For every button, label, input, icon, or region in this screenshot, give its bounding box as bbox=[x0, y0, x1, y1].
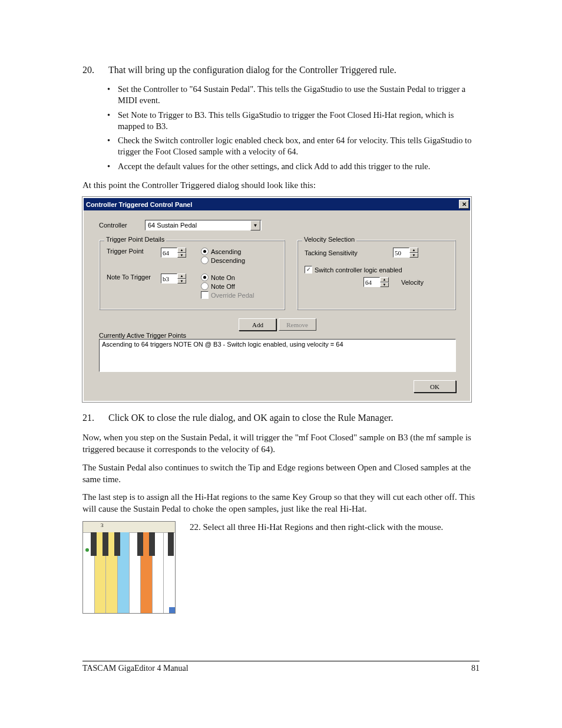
keyboard-region-image: 3 bbox=[82, 521, 176, 614]
note-to-trigger-label: Note To Trigger bbox=[107, 274, 155, 281]
chevron-down-icon[interactable]: ▼ bbox=[250, 220, 260, 230]
note-to-trigger-value[interactable] bbox=[161, 274, 177, 284]
bullet: Set Note to Trigger to B3. This tells Gi… bbox=[107, 110, 480, 132]
step-20-text: That will bring up the configuration dia… bbox=[108, 65, 480, 75]
resize-handle-icon bbox=[169, 607, 175, 613]
step-22-text: 22. Select all three Hi-Hat Regions and … bbox=[190, 521, 480, 533]
spin-up-icon[interactable]: ▲ bbox=[177, 274, 186, 279]
step-21-number: 21. bbox=[82, 413, 108, 423]
trigger-point-details-group: Trigger Point Details Trigger Point ▲▼ A… bbox=[99, 240, 285, 310]
note-to-trigger-stepper[interactable]: ▲▼ bbox=[161, 274, 187, 284]
velocity-label: Velocity bbox=[401, 279, 424, 286]
check-switch-logic[interactable]: ✓ Switch controller logic enabled bbox=[305, 266, 448, 274]
step-20-bullets: Set the Controller to "64 Sustain Pedal"… bbox=[107, 84, 480, 172]
lead-in-text: At this point the Controller Triggered d… bbox=[82, 179, 480, 191]
spin-up-icon[interactable]: ▲ bbox=[380, 277, 389, 282]
controller-combo[interactable]: 64 Sustain Pedal ▼ bbox=[145, 220, 262, 230]
checkbox-icon bbox=[201, 291, 209, 299]
checkbox-icon: ✓ bbox=[305, 266, 312, 274]
radio-dot-icon bbox=[201, 274, 209, 281]
paragraph: The Sustain Pedal also continues to swit… bbox=[82, 462, 480, 486]
radio-note-off[interactable]: Note Off bbox=[201, 282, 254, 290]
step-20-number: 20. bbox=[82, 65, 108, 75]
radio-note-on[interactable]: Note On bbox=[201, 274, 254, 281]
close-icon[interactable]: ✕ bbox=[459, 200, 469, 209]
radio-ascending[interactable]: Ascending bbox=[201, 248, 245, 255]
step-21: 21. Click OK to close the rule dialog, a… bbox=[82, 413, 480, 423]
trigger-point-value[interactable] bbox=[161, 248, 177, 258]
spin-down-icon[interactable]: ▼ bbox=[380, 282, 389, 288]
tacking-sensitivity-value[interactable] bbox=[393, 248, 409, 258]
add-button[interactable]: Add bbox=[239, 318, 276, 331]
footer-page-number: 81 bbox=[471, 664, 480, 673]
paragraph: The last step is to assign all the Hi-Ha… bbox=[82, 491, 480, 515]
tacking-sensitivity-stepper[interactable]: ▲▼ bbox=[393, 248, 419, 258]
trigger-point-stepper[interactable]: ▲▼ bbox=[161, 248, 187, 258]
tacking-sensitivity-label: Tacking Sensitivity bbox=[305, 249, 387, 256]
radio-dot-icon bbox=[201, 248, 209, 255]
velocity-selection-legend: Velocity Selection bbox=[302, 236, 356, 243]
radio-dot-icon bbox=[201, 256, 209, 264]
spin-down-icon[interactable]: ▼ bbox=[409, 253, 418, 258]
dialog-title: Controller Triggered Control Panel bbox=[86, 201, 192, 208]
dialog-titlebar[interactable]: Controller Triggered Control Panel ✕ bbox=[84, 198, 470, 210]
controller-label: Controller bbox=[99, 222, 145, 229]
footer-left: TASCAM GigaEditor 4 Manual bbox=[82, 664, 189, 673]
velocity-stepper[interactable]: ▲▼ bbox=[363, 277, 389, 287]
step-21-text: Click OK to close the rule dialog, and O… bbox=[108, 413, 480, 423]
bullet: Accept the default values for the other … bbox=[107, 161, 480, 172]
check-override-pedal: Override Pedal bbox=[201, 291, 254, 299]
active-trigger-points-list[interactable]: Ascending to 64 triggers NOTE ON @ B3 - … bbox=[99, 339, 456, 372]
spin-down-icon[interactable]: ▼ bbox=[177, 253, 186, 258]
radio-dot-icon bbox=[201, 282, 209, 290]
paragraph: Now, when you step on the Sustain Pedal,… bbox=[82, 431, 480, 456]
page-footer: TASCAM GigaEditor 4 Manual 81 bbox=[82, 661, 480, 673]
bullet: Set the Controller to "64 Sustain Pedal"… bbox=[107, 84, 480, 106]
spin-up-icon[interactable]: ▲ bbox=[409, 248, 418, 253]
velocity-selection-group: Velocity Selection Tacking Sensitivity ▲… bbox=[297, 240, 456, 310]
bullet: Check the Switch controller logic enable… bbox=[107, 135, 480, 157]
velocity-value[interactable] bbox=[363, 277, 380, 287]
list-item[interactable]: Ascending to 64 triggers NOTE ON @ B3 - … bbox=[102, 341, 453, 348]
remove-button: Remove bbox=[279, 318, 316, 331]
controller-triggered-dialog: Controller Triggered Control Panel ✕ Con… bbox=[82, 197, 471, 402]
spin-up-icon[interactable]: ▲ bbox=[177, 248, 186, 253]
trigger-point-label: Trigger Point bbox=[107, 248, 155, 255]
octave-marker: 3 bbox=[101, 522, 104, 528]
controller-value: 64 Sustain Pedal bbox=[148, 222, 197, 229]
trigger-point-legend: Trigger Point Details bbox=[104, 236, 166, 243]
step-20: 20. That will bring up the configuration… bbox=[82, 65, 480, 75]
spin-down-icon[interactable]: ▼ bbox=[177, 279, 186, 284]
ok-button[interactable]: OK bbox=[414, 380, 456, 393]
active-trigger-points-label: Currently Active Trigger Points bbox=[99, 332, 456, 339]
radio-descending[interactable]: Descending bbox=[201, 256, 245, 264]
